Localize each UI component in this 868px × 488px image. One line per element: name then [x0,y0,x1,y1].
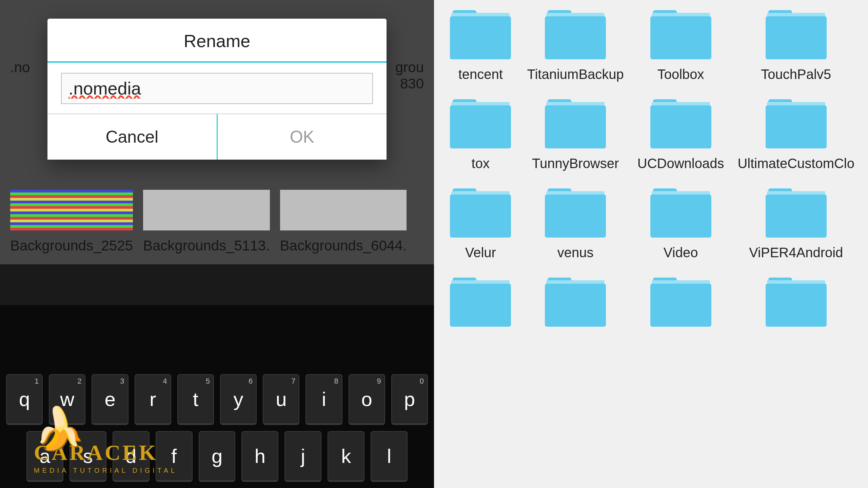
gallery-item[interactable]: Backgrounds_5113. [143,190,270,254]
folder-icon [650,10,711,59]
folder-item[interactable]: Toolbox [637,10,724,82]
folder-item[interactable]: tencent [448,10,513,82]
ok-button[interactable]: OK [218,114,387,160]
dialog-title: Rename [47,19,387,61]
folder-label: UCDownloads [637,155,724,171]
folder-label: UltimateCustomClo [737,155,854,171]
folder-item[interactable]: ViPER4Android [737,188,854,261]
banana-icon: 🍌 [34,416,177,440]
folder-item[interactable]: TitaniumBackup [527,10,624,82]
key-k[interactable]: k [328,431,364,482]
key-y[interactable]: 6y [220,374,257,425]
gallery-item[interactable]: Backgrounds_2525 [10,190,133,254]
folder-icon [545,99,606,148]
folder-item[interactable]: UltimateCustomClo [737,99,854,171]
folder-icon [450,188,511,238]
folder-icon [766,188,827,238]
folder-icon [766,99,827,148]
folder-icon [650,188,711,238]
folder-icon [545,10,606,59]
folder-item[interactable] [637,278,724,333]
key-o[interactable]: 9o [349,374,385,425]
folder-label: TouchPalv5 [737,66,854,82]
folder-item[interactable] [448,278,513,333]
folder-icon [650,99,711,148]
folder-label: TunnyBrowser [527,155,624,171]
keyboard-spacer [0,264,434,305]
folder-label: TitaniumBackup [527,66,624,82]
watermark-subtitle: MEDIA TUTORIAL DIGITAL [34,467,177,474]
folder-grid: tencentTitaniumBackupToolboxTouchPalv5to… [448,10,854,333]
folder-item[interactable]: TunnyBrowser [527,99,624,171]
gallery-item[interactable]: Backgrounds_6044. [280,190,407,254]
thumbnail [280,190,407,230]
folder-icon [450,10,511,59]
folder-item[interactable] [737,278,854,333]
folder-icon [545,278,606,327]
folder-icon [650,278,711,327]
folder-icon [545,188,606,238]
key-t[interactable]: 5t [177,374,214,425]
key-g[interactable]: g [199,431,236,482]
folder-icon [450,99,511,148]
thumbnail [10,190,133,230]
folder-label: tox [448,155,513,171]
key-h[interactable]: h [241,431,278,482]
gallery-label: Backgrounds_2525 [10,237,133,254]
gallery-label: Backgrounds_6044. [280,237,407,254]
folder-label: tencent [448,66,513,82]
rename-input[interactable] [61,73,373,104]
folder-icon [766,10,827,59]
folder-item[interactable]: UCDownloads [637,99,724,171]
right-panel-file-manager: tencentTitaniumBackupToolboxTouchPalv5to… [434,0,868,488]
edge-label-right: grou 830 [395,59,424,92]
folder-icon [766,278,827,327]
folder-label: venus [527,244,624,261]
thumbnail [143,190,270,230]
folder-item[interactable] [527,278,624,333]
folder-label: Velur [448,244,513,261]
watermark: 🍌 CARACEK MEDIA TUTORIAL DIGITAL [34,416,177,474]
folder-item[interactable]: tox [448,99,513,171]
folder-label: Toolbox [637,66,724,82]
left-panel-gallery: .no grou 830 Backgrounds_2525 Background… [0,0,434,488]
gallery-row: Backgrounds_2525 Backgrounds_5113. Backg… [0,190,434,254]
folder-item[interactable]: Video [637,188,724,261]
key-p[interactable]: 0p [391,374,428,425]
folder-icon [450,278,511,327]
folder-label: Video [637,244,724,261]
key-i[interactable]: 8i [305,374,342,425]
folder-item[interactable]: Velur [448,188,513,261]
key-l[interactable]: l [371,431,408,482]
folder-item[interactable]: venus [527,188,624,261]
key-u[interactable]: 7u [263,374,299,425]
cancel-button[interactable]: Cancel [47,114,218,160]
folder-label: ViPER4Android [737,244,854,261]
folder-item[interactable]: TouchPalv5 [737,10,854,82]
gallery-label: Backgrounds_5113. [143,237,270,254]
key-j[interactable]: j [284,431,321,482]
edge-label-left: .no [10,59,30,76]
rename-dialog: Rename Cancel OK [47,19,387,160]
